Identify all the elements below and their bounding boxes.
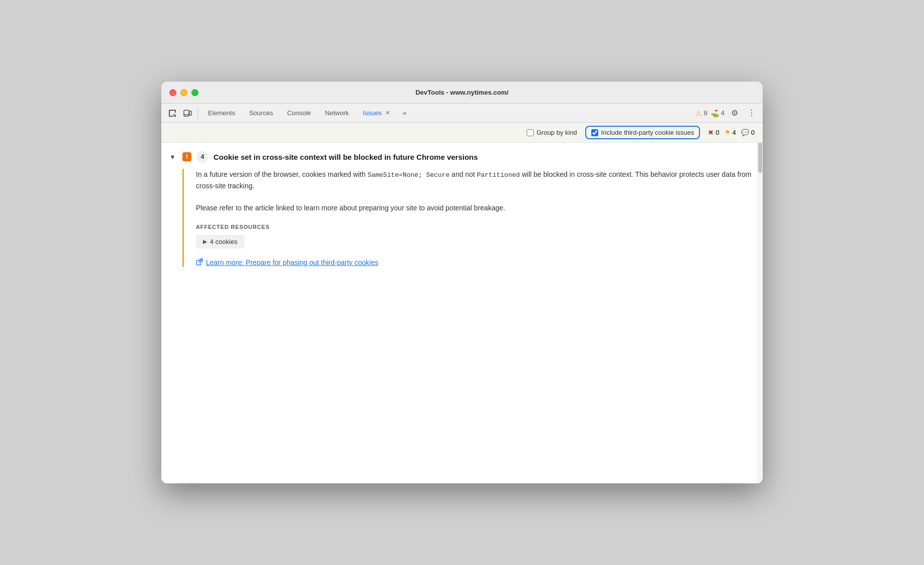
tab-sources[interactable]: Sources <box>242 106 280 120</box>
more-tabs-button[interactable]: » <box>399 107 410 119</box>
tab-elements[interactable]: Elements <box>201 106 242 120</box>
warning-triangle-icon: ⚠ <box>696 109 702 117</box>
issue-badge-label: ! <box>186 153 188 160</box>
devtools-window: DevTools - www.nytimes.com/ <box>161 82 763 483</box>
affected-resources-label: AFFECTED RESOURCES <box>196 224 753 230</box>
cookies-toggle[interactable]: ▶ 4 cookies <box>196 235 245 248</box>
issues-filter-bar: Group by kind Include third-party cookie… <box>161 123 763 143</box>
svg-rect-0 <box>169 110 170 111</box>
learn-more-text: Learn more: Prepare for phasing out thir… <box>206 258 378 266</box>
tab-issues-close[interactable]: ✕ <box>384 109 392 117</box>
title-bar: DevTools - www.nytimes.com/ <box>161 82 763 104</box>
tab-issues-label: Issues <box>363 109 382 117</box>
collapse-arrow-icon: ▼ <box>169 153 177 161</box>
toolbar-divider-1 <box>197 107 198 119</box>
warning-count-icon: ⚑ <box>725 129 731 136</box>
svg-rect-13 <box>189 111 191 115</box>
svg-rect-9 <box>174 114 175 115</box>
info-count-item: 💬 0 <box>741 129 755 136</box>
include-third-party-label: Include third-party cookie issues <box>601 129 695 136</box>
external-link-icon <box>196 258 203 267</box>
scroll-track <box>757 143 763 483</box>
error-flag-icon: ⛳ <box>711 109 719 117</box>
code-samesite: SameSite=None; Secure <box>367 171 449 179</box>
traffic-lights <box>169 89 198 96</box>
svg-rect-4 <box>170 116 172 117</box>
error-count-value: 0 <box>716 129 719 136</box>
error-count-item: ✖ 0 <box>708 129 719 136</box>
tab-network[interactable]: Network <box>318 106 356 120</box>
issue-description-1: In a future version of the browser, cook… <box>196 169 753 192</box>
scroll-thumb[interactable] <box>758 143 762 173</box>
svg-rect-1 <box>170 110 175 111</box>
devtools-toolbar: Elements Sources Console Network Issues … <box>161 104 763 123</box>
window-title: DevTools - www.nytimes.com/ <box>415 89 509 96</box>
tab-console[interactable]: Console <box>280 106 318 120</box>
svg-rect-5 <box>175 110 176 111</box>
minimize-button[interactable] <box>180 89 187 96</box>
svg-rect-8 <box>173 115 174 116</box>
issue-type-badge: ! <box>182 152 191 161</box>
tab-list: Elements Sources Console Network Issues … <box>201 106 695 120</box>
close-button[interactable] <box>169 89 176 96</box>
code-partitioned: Partitioned <box>477 171 520 179</box>
toolbar-right: ⚠ 8 ⛳ 4 ⚙ ⋮ <box>696 106 759 120</box>
issue-count-circle: 4 <box>196 151 208 163</box>
issue-counts: ✖ 0 ⚑ 4 💬 0 <box>708 129 755 136</box>
info-count-icon: 💬 <box>741 129 749 136</box>
more-options-button[interactable]: ⋮ <box>745 106 759 120</box>
gear-icon: ⚙ <box>731 108 738 118</box>
error-x-icon: ✖ <box>708 129 714 136</box>
issue-group: ▼ ! 4 Cookie set in cross-site context w… <box>161 143 763 275</box>
cursor-icon <box>168 109 177 118</box>
cookies-toggle-arrow-icon: ▶ <box>203 238 207 245</box>
ellipsis-icon: ⋮ <box>748 108 756 118</box>
warning-count-item: ⚑ 4 <box>725 129 736 136</box>
warning-count: 8 <box>704 109 708 117</box>
svg-rect-6 <box>175 111 176 113</box>
issue-title: Cookie set in cross-site context will be… <box>213 153 478 161</box>
device-icon <box>183 109 192 118</box>
issue-body: In a future version of the browser, cook… <box>182 169 753 267</box>
third-party-cookie-filter: Include third-party cookie issues <box>585 126 701 139</box>
info-count-value: 0 <box>751 129 755 136</box>
settings-button[interactable]: ⚙ <box>728 106 742 120</box>
svg-rect-7 <box>172 116 173 117</box>
cookies-toggle-label: 4 cookies <box>210 238 238 245</box>
devtools-content: ▼ ! 4 Cookie set in cross-site context w… <box>161 143 763 483</box>
inspect-element-button[interactable] <box>165 106 179 120</box>
error-count: 4 <box>721 109 725 117</box>
error-badge: ⛳ 4 <box>711 109 725 117</box>
learn-more-link[interactable]: Learn more: Prepare for phasing out thir… <box>196 258 753 267</box>
svg-rect-11 <box>174 116 176 117</box>
warning-count-value: 4 <box>733 129 736 136</box>
tab-issues[interactable]: Issues ✕ <box>356 106 399 120</box>
group-by-kind-label: Group by kind <box>537 129 577 136</box>
device-mode-button[interactable] <box>180 106 194 120</box>
svg-rect-3 <box>169 116 170 117</box>
maximize-button[interactable] <box>191 89 198 96</box>
group-by-kind-checkbox[interactable] <box>527 129 534 136</box>
issue-header[interactable]: ▼ ! 4 Cookie set in cross-site context w… <box>169 151 753 163</box>
svg-rect-12 <box>184 110 189 116</box>
group-by-kind-filter: Group by kind <box>527 129 577 136</box>
svg-rect-2 <box>169 111 170 116</box>
include-third-party-checkbox[interactable] <box>591 129 598 136</box>
svg-rect-10 <box>175 115 176 116</box>
issue-description-2: Please refer to the article linked to le… <box>196 202 753 214</box>
warning-badge: ⚠ 8 <box>696 109 708 117</box>
